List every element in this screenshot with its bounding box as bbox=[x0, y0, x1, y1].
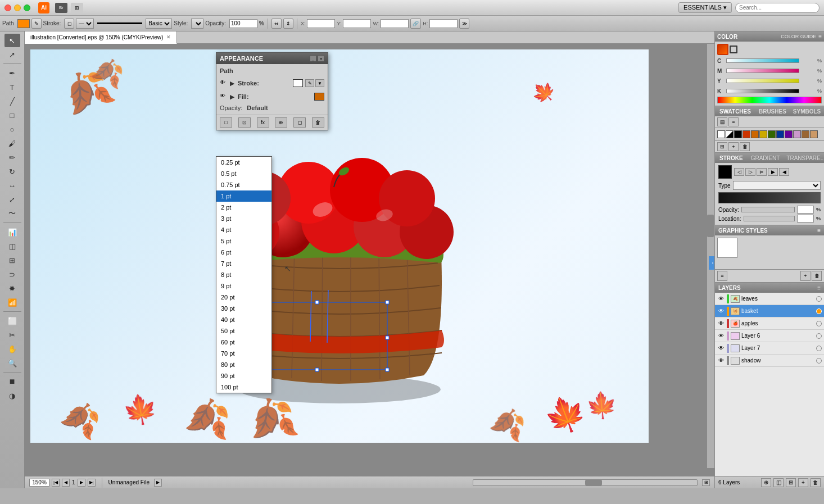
rect-tool[interactable]: □ bbox=[4, 108, 20, 122]
zoom-tool[interactable]: 🔍 bbox=[4, 356, 20, 370]
layer-circle-leaves[interactable] bbox=[816, 296, 822, 302]
nav-next-btn[interactable]: ▶ bbox=[78, 479, 85, 487]
stroke-size-item-16[interactable]: 60 pt bbox=[216, 337, 271, 348]
appearance-panel-header[interactable]: APPEARANCE _ ≡ bbox=[216, 53, 328, 64]
stroke-size-item-14[interactable]: 40 pt bbox=[216, 314, 271, 325]
ap-menu-btn[interactable]: ≡ bbox=[318, 55, 324, 62]
layer-circle-basket[interactable] bbox=[816, 308, 822, 314]
stroke-edit-icon[interactable]: ✎ bbox=[305, 79, 314, 87]
stroke-visibility-eye[interactable]: 👁 bbox=[220, 79, 228, 87]
swatch-yellow[interactable] bbox=[759, 130, 767, 138]
layer-basket[interactable]: 👁 🧺 basket bbox=[715, 305, 824, 317]
swatch-brown[interactable] bbox=[802, 130, 809, 138]
brushes-tab[interactable]: BRUSHES bbox=[755, 108, 790, 115]
gradient-tool[interactable]: ◫ bbox=[4, 239, 20, 253]
color-panel-menu[interactable]: ≡ bbox=[818, 34, 822, 40]
stroke-size-item-11[interactable]: 9 pt bbox=[216, 280, 271, 292]
pencil-tool[interactable]: ✏ bbox=[4, 151, 20, 164]
fill-color-swatch[interactable] bbox=[314, 93, 324, 101]
layer-delete-btn[interactable]: 🗑 bbox=[811, 478, 821, 487]
w-input[interactable]: 0.684 in bbox=[381, 19, 409, 28]
layers-eye-apples[interactable]: 👁 bbox=[717, 320, 725, 328]
swatch-new-group-btn[interactable]: ⊞ bbox=[717, 142, 727, 151]
swatch-new-btn[interactable]: + bbox=[728, 142, 739, 151]
opacity-input[interactable] bbox=[229, 19, 257, 28]
swatch-blue[interactable] bbox=[776, 130, 784, 138]
gradient-panel-tab[interactable]: GRADIENT bbox=[748, 155, 784, 161]
layer-leaves[interactable]: 👁 🍂 leaves bbox=[715, 293, 824, 305]
style-select[interactable] bbox=[191, 19, 203, 29]
stroke-size-item-12[interactable]: 20 pt bbox=[216, 292, 271, 303]
swatch-black[interactable] bbox=[734, 130, 742, 138]
nav-first-btn[interactable]: |◀ bbox=[52, 479, 60, 487]
vertical-scroll-thumb[interactable] bbox=[707, 215, 714, 237]
swatch-tan[interactable] bbox=[810, 130, 818, 138]
swatch-list-btn[interactable]: ≡ bbox=[728, 117, 739, 126]
stroke-icon-2[interactable]: ▷ bbox=[745, 168, 755, 176]
color-guide-tab[interactable]: COLOR GUIDE bbox=[781, 34, 816, 39]
slice-tool[interactable]: ✂ bbox=[4, 328, 20, 342]
stroke-style-select[interactable]: — bbox=[76, 19, 94, 29]
search-input[interactable] bbox=[735, 3, 820, 13]
vertical-scrollbar[interactable]: › bbox=[707, 44, 714, 468]
transparency-panel-tab[interactable]: TRANSPARE... bbox=[783, 155, 824, 161]
warp-tool[interactable]: 〜 bbox=[4, 207, 20, 220]
ap-minimize-btn[interactable]: _ bbox=[310, 55, 316, 62]
color-spectrum-bar[interactable] bbox=[717, 97, 822, 103]
opacity-slider[interactable] bbox=[741, 207, 795, 212]
stroke-size-item-1[interactable]: 0.5 pt bbox=[216, 168, 271, 179]
selection-tool[interactable]: ↖ bbox=[4, 34, 20, 47]
ap-delete-btn[interactable]: 🗑 bbox=[312, 117, 324, 128]
y-input[interactable]: 3.9114 in bbox=[343, 19, 371, 28]
gs-icon-1[interactable]: ≡ bbox=[717, 271, 727, 281]
y-slider[interactable] bbox=[726, 79, 799, 83]
essentials-button[interactable]: ESSENTIALS ▾ bbox=[678, 2, 732, 13]
stroke-size-item-19[interactable]: 90 pt bbox=[216, 370, 271, 382]
panel-collapse-btn[interactable]: › bbox=[709, 256, 714, 270]
close-button[interactable] bbox=[4, 4, 11, 11]
hand-tool[interactable]: ✋ bbox=[4, 342, 20, 356]
ellipse-tool[interactable]: ○ bbox=[4, 122, 20, 136]
layer-new-btn[interactable]: + bbox=[798, 478, 808, 487]
ap-add-new-btn[interactable]: □ bbox=[220, 117, 232, 128]
stroke-size-item-15[interactable]: 50 pt bbox=[216, 325, 271, 337]
pen-tool[interactable]: ✒ bbox=[4, 66, 20, 80]
stroke-size-item-2[interactable]: 0.75 pt bbox=[216, 179, 271, 190]
stroke-size-item-4[interactable]: 2 pt bbox=[216, 202, 271, 213]
lock-aspect-btn[interactable]: 🔗 bbox=[410, 19, 421, 29]
zoom-input[interactable] bbox=[29, 479, 49, 487]
layer-circle-layer6[interactable] bbox=[816, 333, 822, 339]
stroke-type-select[interactable]: Basic bbox=[146, 19, 172, 29]
m-slider[interactable] bbox=[726, 69, 799, 73]
more-options-btn[interactable]: ≫ bbox=[459, 19, 469, 29]
transform-btn-2[interactable]: ⇕ bbox=[283, 19, 293, 29]
layer-circle-apples[interactable] bbox=[816, 321, 822, 326]
reflect-tool[interactable]: ↔ bbox=[4, 179, 20, 192]
swatch-pink[interactable] bbox=[793, 130, 801, 138]
layer-make-clipping-btn[interactable]: ◫ bbox=[773, 478, 784, 487]
layer-circle-shadow[interactable] bbox=[816, 358, 822, 364]
text-tool[interactable]: T bbox=[4, 80, 20, 94]
ap-fx-btn[interactable]: fx bbox=[257, 117, 269, 128]
layer-layer6[interactable]: 👁 Layer 6 bbox=[715, 330, 824, 342]
document-tab[interactable]: illustration [Converted].eps @ 150% (CMY… bbox=[25, 31, 177, 44]
stroke-size-item-5[interactable]: 3 pt bbox=[216, 213, 271, 224]
direct-selection-tool[interactable]: ↗ bbox=[4, 48, 20, 61]
stroke-size-item-20[interactable]: 100 pt bbox=[216, 382, 271, 393]
mesh-tool[interactable]: ⊞ bbox=[4, 253, 20, 267]
layers-menu[interactable]: ≡ bbox=[817, 285, 821, 291]
stroke-type-dropdown[interactable] bbox=[733, 181, 821, 190]
swatch-delete-btn[interactable]: 🗑 bbox=[740, 142, 750, 151]
c-slider[interactable] bbox=[726, 58, 799, 63]
swatch-white[interactable] bbox=[717, 130, 725, 138]
layer-shadow[interactable]: 👁 shadow bbox=[715, 355, 824, 367]
x-input[interactable]: 4.5356 in bbox=[307, 19, 335, 28]
stroke-dropdown-icon[interactable]: ▼ bbox=[315, 79, 324, 87]
layers-eye-shadow[interactable]: 👁 bbox=[717, 357, 725, 365]
rotate-tool[interactable]: ↻ bbox=[4, 165, 20, 178]
minimize-button[interactable] bbox=[14, 4, 21, 11]
symbol-sprayer-tool[interactable]: ✸ bbox=[4, 281, 20, 295]
stroke-icon[interactable]: ✎ bbox=[31, 19, 42, 29]
tab-close-btn[interactable]: ✕ bbox=[166, 34, 171, 40]
nav-prev-btn[interactable]: ◀ bbox=[62, 479, 70, 487]
